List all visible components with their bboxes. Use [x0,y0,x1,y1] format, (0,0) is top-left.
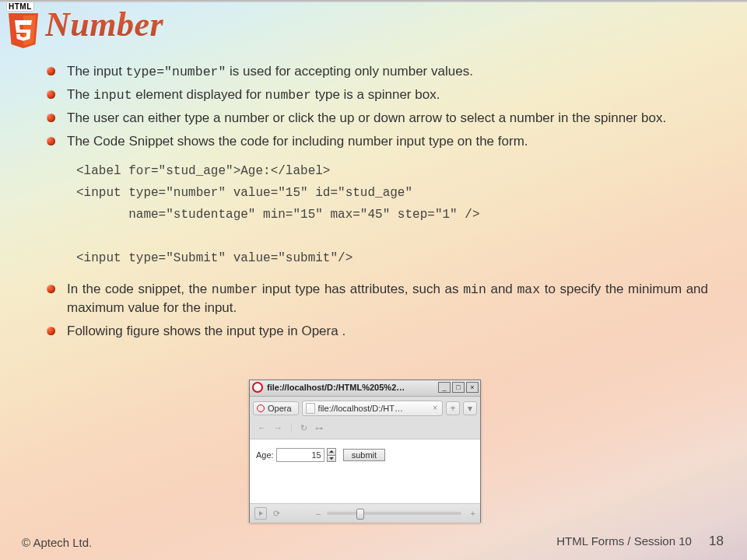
header-rule [0,0,747,2]
spinner-up-button[interactable] [327,448,336,456]
html5-badge-label: HTML [6,2,34,12]
chevron-down-icon [329,457,334,460]
window-titlebar[interactable]: file://localhost/D:/HTML%205%2… _ □ × [250,380,480,397]
code-line: <label for="stud_age">Age:</label> [76,164,330,178]
copyright-text: © Aptech Ltd. [22,536,92,549]
slide-content: The input type="number" is used for acce… [47,62,708,345]
new-tab-button[interactable]: + [446,401,460,415]
text-run: type is a spinner box. [311,87,440,102]
code-line: <input type="number" value="15" id="stud… [76,186,412,200]
footer-right: HTML Forms / Session 10 18 [556,534,724,549]
bullet-item: In the code snippet, the number input ty… [47,280,708,317]
status-bar: ⟳ – + [250,503,480,523]
text-run: The [67,87,93,102]
zoom-slider[interactable] [327,512,461,515]
spinner-buttons [327,448,336,462]
tab-strip: Opera file://localhost/D:/HT… × + ▾ [250,397,480,417]
code-line: name="studentage" min="15" max="45" step… [76,208,479,222]
window-title: file://localhost/D:/HTML%205%2… [267,383,405,392]
window-controls: _ □ × [438,382,479,393]
tab-menu-button[interactable]: ▾ [463,401,477,415]
bullet-item: Following figure shows the input type in… [47,322,708,341]
zoom-out-icon[interactable]: – [316,509,321,518]
text-run: and [486,282,517,296]
submit-button[interactable]: submit [343,449,385,461]
zoom-slider-thumb[interactable] [356,509,364,520]
bullet-item: The input element displayed for number t… [47,86,708,104]
minimize-button[interactable]: _ [438,382,451,393]
age-label: Age: [256,450,274,460]
bullet-list: In the code snippet, the number input ty… [47,280,708,341]
panel-toggle-icon[interactable] [254,507,267,520]
nav-toolbar: ← → | ↻ ⊶ [250,417,480,439]
page-number: 18 [709,534,724,549]
bullet-item: The Code Snippet shows the code for incl… [47,132,708,151]
form-row: Age: 15 submit [256,448,474,462]
toolbar-separator: | [290,423,293,432]
code-run: max [517,282,540,297]
tab-close-icon[interactable]: × [431,404,439,412]
bullet-list: The input type="number" is used for acce… [47,62,708,151]
opera-menu-label: Opera [268,404,292,413]
code-line: <input type="Submit" value="submit"/> [76,251,352,265]
bullet-item: The input type="number" is used for acce… [47,62,708,81]
text-run: is used for accepting only number values… [226,64,473,79]
session-label: HTML Forms / Session 10 [556,534,692,548]
tab-title: file://localhost/D:/HT… [318,404,429,413]
close-button[interactable]: × [466,382,479,393]
maximize-button[interactable]: □ [452,382,465,393]
html5-badge-text: HTML [6,2,34,11]
key-icon[interactable]: ⊶ [315,424,323,432]
back-icon[interactable]: ← [258,423,266,432]
zoom-in-icon[interactable]: + [471,509,475,518]
code-run: number [265,88,311,103]
slide: HTML Number The input type="number" is u… [0,0,747,560]
code-run: input [93,88,132,103]
sync-icon[interactable]: ⟳ [273,509,280,519]
forward-icon[interactable]: → [274,423,282,432]
bullet-item: The user can either type a number or cli… [47,109,708,128]
reload-icon[interactable]: ↻ [300,423,307,433]
code-run: type="number" [126,65,226,79]
text-run: In the code snippet, the [67,282,212,296]
code-run: min [463,282,486,297]
slide-title: Number [45,5,163,44]
code-run: number [212,282,258,297]
text-run: element displayed for [132,87,265,102]
slide-header: HTML Number [0,0,747,53]
text-run: The input [67,64,126,79]
spinner-down-button[interactable] [327,456,336,463]
opera-logo-icon [252,382,263,393]
text-run: input type has attributes, such as [258,282,463,296]
age-number-input[interactable]: 15 [276,448,324,462]
page-icon [306,403,315,414]
browser-tab[interactable]: file://localhost/D:/HT… × [302,401,443,416]
opera-logo-icon [257,404,265,412]
html5-shield-icon [6,12,40,49]
opera-window: file://localhost/D:/HTML%205%2… _ □ × Op… [249,380,481,523]
page-viewport: Age: 15 submit [250,439,480,503]
opera-menu-button[interactable]: Opera [253,401,299,415]
code-snippet: <label for="stud_age">Age:</label> <inpu… [47,156,708,280]
chevron-up-icon [329,450,334,453]
